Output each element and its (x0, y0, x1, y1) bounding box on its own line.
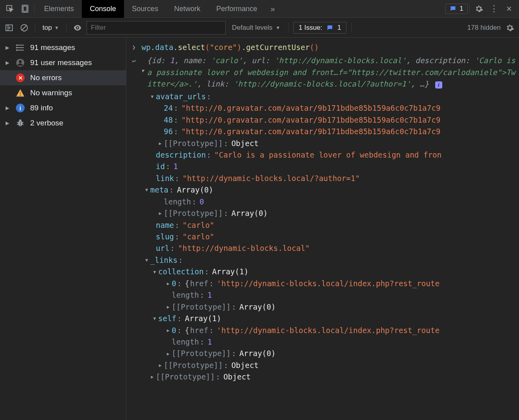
tree-row-meta-length[interactable]: length: 0 (149, 196, 519, 208)
expand-toggle-icon[interactable] (165, 327, 171, 334)
hidden-count[interactable]: 178 hidden (467, 24, 501, 32)
svg-point-15 (19, 60, 21, 63)
chevron-down-icon: ▼ (54, 25, 59, 31)
tree-row-slug[interactable]: slug: "carlo" (149, 231, 519, 243)
expand-toggle-icon[interactable] (152, 269, 157, 276)
sidebar-item-warnings[interactable]: ▶ No warnings (0, 85, 126, 100)
tab-sources[interactable]: Sources (124, 0, 166, 18)
svg-point-7 (77, 27, 78, 29)
issues-chip[interactable]: 1 (445, 4, 468, 14)
error-icon: ✕ (16, 73, 25, 82)
console-toolbar: top ▼ Default levels ▼ 1 Issue: 1 178 hi… (0, 18, 519, 38)
tree-row-proto[interactable]: [[Prototype]]: Object (149, 360, 519, 371)
tree-row-id[interactable]: id: 1 (149, 161, 519, 172)
output-arrow-icon: ↩ (130, 55, 137, 66)
tree-row-avatar-urls[interactable]: avatar_urls: (149, 91, 519, 102)
context-label: top (43, 24, 52, 32)
expand-arrow-icon: ▶ (6, 105, 10, 111)
svg-line-18 (17, 122, 19, 123)
device-toggle-icon[interactable] (18, 2, 32, 15)
tree-row-links[interactable]: _links: (144, 254, 519, 266)
sidebar-item-user-messages[interactable]: ▶ 91 user messages (0, 55, 126, 70)
filter-input[interactable] (87, 21, 226, 35)
sidebar-item-errors[interactable]: ▶ ✕ No errors (0, 70, 126, 85)
tree-row-self-length[interactable]: length: 1 (149, 336, 519, 348)
tree-row-collection-length[interactable]: length: 1 (149, 289, 519, 301)
sidebar-item-info[interactable]: ▶ i 89 info (0, 100, 126, 116)
devtools-tabs-bar: Elements Console Sources Network Perform… (0, 0, 519, 18)
settings-gear-icon[interactable] (472, 2, 486, 15)
sidebar-item-messages[interactable]: ▶ 91 messages (0, 40, 126, 55)
clear-console-icon[interactable] (18, 22, 30, 34)
issue-label: 1 Issue: (298, 24, 322, 32)
console-command-row[interactable]: ❯ wp.data.select("core").getCurrentUser(… (130, 41, 519, 54)
info-badge-icon[interactable]: i (435, 81, 442, 89)
chat-icon (449, 5, 457, 12)
tree-row-proto[interactable]: [[Prototype]]: Array(0) (149, 301, 519, 313)
tree-row-name[interactable]: name: "carlo" (149, 220, 519, 231)
svg-point-13 (16, 50, 17, 50)
expand-toggle-icon[interactable] (157, 362, 163, 369)
expand-toggle-icon[interactable] (149, 93, 155, 100)
input-chevron-icon: ❯ (130, 42, 137, 52)
tab-network[interactable]: Network (166, 0, 208, 18)
tree-row-avatar-96[interactable]: 96: "http://0.gravatar.com/avatar/9b171b… (149, 126, 519, 137)
tree-row-self[interactable]: self: Array(1) (144, 313, 519, 324)
kebab-menu-icon[interactable]: ⋮ (487, 2, 501, 15)
toggle-sidebar-icon[interactable] (3, 22, 15, 34)
tree-row-self-0[interactable]: 0: {href: 'http://dynamic-blocks.local/i… (149, 325, 519, 336)
tree-row-avatar-24[interactable]: 24: "http://0.gravatar.com/avatar/9b171b… (149, 102, 519, 114)
issues-count: 1 (460, 5, 463, 13)
tree-row-proto[interactable]: [[Prototype]]: Array(0) (149, 208, 519, 219)
svg-line-21 (22, 124, 24, 125)
tree-row-link[interactable]: link: "http://dynamic-blocks.local/?auth… (149, 173, 519, 184)
divider (34, 4, 35, 13)
object-tree: avatar_urls: 24: "http://0.gravatar.com/… (130, 91, 519, 383)
execution-context-selector[interactable]: top ▼ (40, 24, 62, 32)
expand-toggle-icon[interactable] (152, 315, 157, 322)
command-text: wp.data.select("core").getCurrentUser() (141, 42, 319, 53)
info-icon: i (16, 104, 25, 112)
list-icon (16, 43, 25, 52)
issues-pill[interactable]: 1 Issue: 1 (293, 22, 346, 34)
expand-toggle-icon[interactable] (165, 304, 171, 310)
tree-row-avatar-48[interactable]: 48: "http://0.gravatar.com/avatar/9b171b… (149, 114, 519, 126)
tree-row-meta[interactable]: meta: Array(0) (144, 184, 519, 196)
live-expression-icon[interactable] (72, 22, 83, 34)
tab-elements[interactable]: Elements (36, 0, 82, 18)
console-result-row[interactable]: ↩ {id: 1, name: 'carlo', url: 'http://dy… (130, 54, 519, 91)
expand-toggle-icon[interactable] (144, 187, 149, 193)
divider (35, 23, 35, 33)
warning-icon (16, 89, 25, 97)
expand-toggle-icon[interactable] (144, 257, 149, 264)
expand-toggle-icon[interactable] (165, 351, 171, 357)
console-settings-gear-icon[interactable] (504, 22, 516, 34)
tab-console[interactable]: Console (82, 0, 124, 18)
tree-row-collection-0[interactable]: 0: {href: 'http://dynamic-blocks.local/i… (149, 278, 519, 289)
close-devtools-icon[interactable]: × (502, 2, 516, 15)
log-levels-selector[interactable]: Default levels ▼ (229, 24, 284, 32)
expand-toggle-icon[interactable] (157, 210, 163, 217)
expand-arrow-icon: ▶ (6, 45, 10, 50)
tree-row-description[interactable]: description: "Carlo is a passionate love… (149, 149, 519, 161)
tree-row-proto[interactable]: [[Prototype]]: Object (149, 371, 519, 383)
svg-line-19 (17, 124, 19, 125)
svg-point-11 (16, 45, 17, 46)
expand-toggle-icon[interactable] (157, 140, 163, 147)
tree-row-url[interactable]: url: "http://dynamic-blocks.local" (149, 243, 519, 254)
issue-count: 1 (337, 24, 341, 32)
tree-row-proto[interactable]: [[Prototype]]: Array(0) (149, 348, 519, 359)
more-tabs-icon[interactable]: » (266, 2, 279, 15)
sidebar-item-label: 89 info (30, 104, 53, 112)
console-output: ❯ wp.data.select("core").getCurrentUser(… (126, 38, 519, 420)
object-preview: {id: 1, name: 'carlo', url: 'http://dyna… (141, 55, 519, 90)
expand-toggle-icon[interactable] (165, 280, 171, 287)
svg-point-22 (19, 119, 21, 122)
tab-performance[interactable]: Performance (208, 0, 265, 18)
expand-toggle-icon[interactable] (140, 67, 145, 74)
expand-toggle-icon[interactable] (149, 374, 155, 380)
inspect-element-icon[interactable] (3, 2, 17, 15)
sidebar-item-verbose[interactable]: ▶ 2 verbose (0, 116, 126, 131)
tree-row-proto[interactable]: [[Prototype]]: Object (149, 138, 519, 149)
tree-row-collection[interactable]: collection: Array(1) (144, 266, 519, 277)
